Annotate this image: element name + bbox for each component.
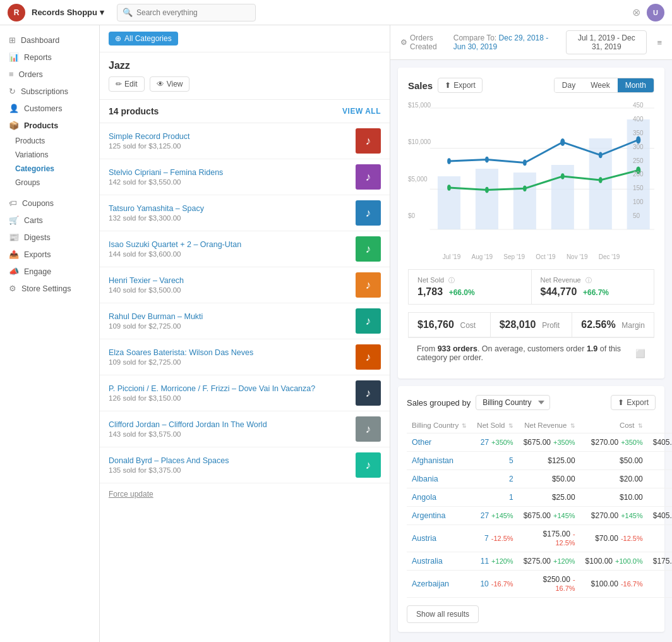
sidebar-item-subscriptions[interactable]: ↻ Subscriptions <box>0 83 99 100</box>
product-info: Clifford Jordan – Clifford Jordan In The… <box>109 420 349 438</box>
profit-label: Profit <box>542 321 560 330</box>
list-item[interactable]: Clifford Jordan – Clifford Jordan In The… <box>100 411 390 447</box>
net-revenue-info-icon[interactable]: ⓘ <box>585 277 592 284</box>
table-row: Other 27+350% $675.00+350% $270.00+350% … <box>407 433 672 452</box>
search-bar[interactable]: 🔍 <box>117 4 256 21</box>
list-item[interactable]: Henri Texier – Varech 140 sold for $3,50… <box>100 267 390 303</box>
net-revenue-cell: $25.00 <box>519 488 580 507</box>
list-item[interactable]: Rahul Dev Burman – Mukti 109 sold for $2… <box>100 303 390 339</box>
list-item[interactable]: Tatsuro Yamashita – Spacy 132 sold for $… <box>100 195 390 231</box>
sidebar-sub-categories[interactable]: Categories <box>0 162 99 176</box>
carts-icon: 🛒 <box>9 215 19 225</box>
list-item[interactable]: P. Piccioni / E. Morricone / F. Frizzi –… <box>100 375 390 411</box>
product-stats: 125 sold for $3,125.00 <box>109 142 349 150</box>
product-name: Tatsuro Yamashita – Spacy <box>109 204 349 213</box>
group-export-button[interactable]: ⬆ Export <box>611 395 656 410</box>
svg-rect-6 <box>476 169 498 229</box>
list-item[interactable]: Simple Record Product 125 sold for $3,12… <box>100 123 390 159</box>
sidebar-item-dashboard[interactable]: ⊞ Dashboard <box>0 32 99 49</box>
product-info: Stelvio Cipriani – Femina Ridens 142 sol… <box>109 168 349 186</box>
view-button[interactable]: 👁 View <box>150 76 190 92</box>
net-revenue-box: Net Revenue ⓘ $44,770 +66.7% <box>531 269 655 305</box>
more-icon[interactable]: ≡ <box>657 38 662 47</box>
show-all-button[interactable]: Show all results <box>407 605 479 623</box>
col-profit[interactable]: Profit ⇅ <box>648 418 672 433</box>
product-thumb: ♪ <box>356 272 381 298</box>
sidebar-sub-groups[interactable]: Groups <box>0 176 99 190</box>
net-sold-cell: 1 <box>472 488 518 507</box>
product-name: Clifford Jordan – Clifford Jordan In The… <box>109 420 349 429</box>
sidebar-item-digests[interactable]: 📰 Digests <box>0 229 99 246</box>
col-country[interactable]: Billing Country ⇅ <box>407 418 472 433</box>
edit-button[interactable]: ✏ Edit <box>109 76 145 92</box>
period-month-button[interactable]: Month <box>618 78 654 92</box>
list-item[interactable]: Isao Suzuki Quartet + 2 – Orang-Utan 144… <box>100 231 390 267</box>
product-name: Isao Suzuki Quartet + 2 – Orang-Utan <box>109 240 349 249</box>
date-range-button[interactable]: Jul 1, 2019 - Dec 31, 2019 <box>566 30 647 54</box>
chevron-down-icon: ▾ <box>100 8 104 17</box>
net-sold-cell: 7-12.5% <box>472 525 518 552</box>
product-stats: 126 sold for $3,150.00 <box>109 394 349 402</box>
net-revenue-value: $44,770 <box>541 286 577 297</box>
sidebar-sub-products[interactable]: Products <box>0 134 99 148</box>
period-week-button[interactable]: Week <box>583 78 617 92</box>
net-sold-label: Net Sold ⓘ <box>417 276 522 285</box>
avatar: U <box>647 4 664 21</box>
product-stats: 144 sold for $3,600.00 <box>109 250 349 258</box>
period-day-button[interactable]: Day <box>555 78 583 92</box>
net-sold-cell: 2 <box>472 470 518 488</box>
sidebar-item-products[interactable]: 📦 Products <box>0 117 99 134</box>
sidebar-item-store-settings[interactable]: ⚙ Store Settings <box>0 280 99 297</box>
all-categories-button[interactable]: ⊕ All Categories <box>109 32 178 45</box>
profit-cell: $150.00-16.7% <box>648 571 672 598</box>
search-input[interactable] <box>136 8 250 17</box>
margin-label: Margin <box>621 321 645 330</box>
country-cell: Angola <box>407 488 472 507</box>
svg-point-21 <box>599 177 603 183</box>
sidebar-item-reports[interactable]: 📊 Reports <box>0 49 99 66</box>
sidebar-item-carts[interactable]: 🛒 Carts <box>0 212 99 229</box>
product-thumb: ♪ <box>356 128 381 154</box>
table-row: Azerbaijan 10-16.7% $250.00-16.7% $100.0… <box>407 571 672 598</box>
force-update-link[interactable]: Force update <box>100 483 390 505</box>
export-icon: ⬆ <box>445 81 451 90</box>
product-stats: 140 sold for $3,500.00 <box>109 286 349 294</box>
sidebar-sub-variations[interactable]: Variations <box>0 148 99 162</box>
sidebar-item-customers[interactable]: 👤 Customers <box>0 100 99 117</box>
product-thumb: ♪ <box>356 380 381 406</box>
sidebar-item-coupons[interactable]: 🏷 Coupons <box>0 195 99 212</box>
cost-cell: $70.00-12.5% <box>580 525 648 552</box>
notification-icon[interactable]: ⊗ <box>632 6 640 18</box>
list-item[interactable]: Donald Byrd – Places And Spaces 135 sold… <box>100 447 390 483</box>
net-revenue-cell: $675.00+350% <box>519 433 580 452</box>
net-sold-box: Net Sold ⓘ 1,783 +66.0% <box>408 269 531 305</box>
period-buttons: Day Week Month <box>554 78 654 93</box>
list-item[interactable]: Stelvio Cipriani – Femina Ridens 142 sol… <box>100 159 390 195</box>
country-cell: Australia <box>407 552 472 571</box>
copy-icon[interactable]: ⬜ <box>635 349 645 358</box>
col-net-sold[interactable]: Net Sold ⇅ <box>472 418 518 433</box>
products-icon: 📦 <box>9 121 19 130</box>
grouped-sales: Sales grouped by Billing Country ⬆ Expor… <box>398 386 664 632</box>
subscriptions-icon: ↻ <box>9 87 16 96</box>
net-sold-info-icon[interactable]: ⓘ <box>448 277 455 284</box>
svg-point-18 <box>485 187 489 193</box>
net-sold-cell: 10-16.7% <box>472 571 518 598</box>
group-by-select[interactable]: Billing Country <box>476 395 550 410</box>
product-stats: 109 sold for $2,725.00 <box>109 322 349 330</box>
net-sold-cell: 5 <box>472 452 518 470</box>
product-name: Stelvio Cipriani – Femina Ridens <box>109 168 349 177</box>
col-cost[interactable]: Cost ⇅ <box>580 418 648 433</box>
list-item[interactable]: Elza Soares Baterista: Wilson Das Neves … <box>100 339 390 375</box>
sidebar-item-engage[interactable]: 📣 Engage <box>0 263 99 280</box>
sidebar: ⊞ Dashboard 📊 Reports ≡ Orders ↻ Subscri… <box>0 25 100 642</box>
sidebar-item-exports[interactable]: 📤 Exports <box>0 246 99 263</box>
profit-cell: $30.00 <box>648 470 672 488</box>
sidebar-item-orders[interactable]: ≡ Orders <box>0 66 99 83</box>
y-axis-right: 450 400 350 300 250 200 150 100 50 <box>630 100 654 221</box>
net-revenue-cell: $250.00-16.7% <box>519 571 580 598</box>
product-info: Henri Texier – Varech 140 sold for $3,50… <box>109 276 349 294</box>
view-all-link[interactable]: VIEW ALL <box>342 107 381 116</box>
col-net-revenue[interactable]: Net Revenue ⇅ <box>519 418 580 433</box>
sales-export-button[interactable]: ⬆ Export <box>438 78 483 93</box>
